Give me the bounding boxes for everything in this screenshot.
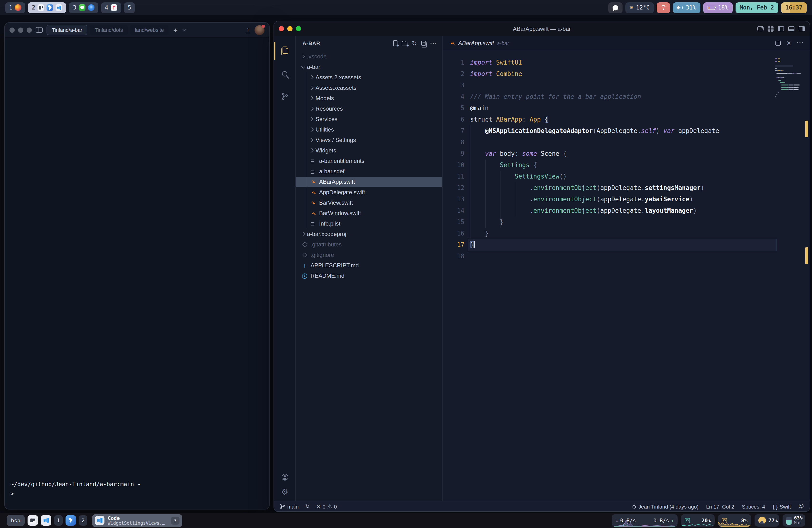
workspace-2[interactable]: 2 bbox=[28, 2, 66, 13]
terminal-tab[interactable]: Tinland/a-bar bbox=[46, 25, 88, 35]
terminal-tab[interactable]: land/website bbox=[130, 25, 169, 35]
tree-item--vscode[interactable]: .vscode bbox=[296, 51, 442, 62]
new-file-icon[interactable] bbox=[393, 40, 397, 46]
accounts-icon[interactable] bbox=[281, 474, 288, 481]
tree-item-a-bar[interactable]: a-bar bbox=[296, 62, 442, 72]
tree-item-services[interactable]: Services bbox=[296, 114, 442, 124]
tree-item-abarapp-swift[interactable]: ABarApp.swift bbox=[296, 177, 442, 187]
minimap[interactable] bbox=[774, 58, 802, 101]
toggle-panel-icon[interactable] bbox=[788, 26, 795, 31]
tree-item-views-settings[interactable]: Views / Settings bbox=[296, 135, 442, 145]
network-widget[interactable]: ↓ 0 B/s 0 B/s ↑ bbox=[612, 514, 678, 527]
tree-item-barwindow-swift[interactable]: BarWindow.swift bbox=[296, 208, 442, 218]
terminal-titlebar[interactable]: Tinland/a-barTinland/dotsland/website + … bbox=[5, 23, 269, 38]
minimap-bar bbox=[775, 58, 777, 60]
customize-layout-icon[interactable] bbox=[768, 26, 773, 32]
tree-item-barview-swift[interactable]: BarView.swift bbox=[296, 197, 442, 208]
terminal-traffic-lights[interactable] bbox=[10, 27, 32, 32]
tree-item-assets-2-xcassets[interactable]: Assets 2.xcassets bbox=[296, 72, 442, 83]
close-editor-icon[interactable]: ✕ bbox=[786, 40, 791, 46]
weather-pill[interactable]: ☀ 12°C bbox=[625, 2, 654, 13]
messages-pill[interactable] bbox=[608, 2, 623, 13]
tree-item-assets-xcassets[interactable]: Assets.xcassets bbox=[296, 83, 442, 93]
indentation-item[interactable]: Spaces: 4 bbox=[742, 503, 765, 509]
terminal-content[interactable]: ~/dev/github/Jean-Tinland/a-bar:main - > bbox=[5, 38, 269, 509]
window-manager-icon[interactable] bbox=[28, 515, 38, 526]
tree-item-info-plist[interactable]: Info.plist bbox=[296, 218, 442, 229]
minimap-bar bbox=[778, 77, 780, 78]
window-app-icon-vscode[interactable] bbox=[41, 515, 51, 526]
editor-more-actions-icon[interactable]: ··· bbox=[797, 42, 804, 44]
explorer-more-actions-icon[interactable]: ··· bbox=[430, 42, 437, 44]
workspace-3[interactable]: 3 bbox=[69, 2, 98, 13]
git-branch-item[interactable]: main bbox=[280, 503, 299, 510]
wifi-pill[interactable] bbox=[657, 2, 670, 13]
layout-mode-pill[interactable]: bsp bbox=[6, 515, 25, 526]
window-app-icon-xcode[interactable] bbox=[66, 515, 76, 526]
vscode-window: ABarApp.swift — a-bar bbox=[274, 21, 810, 512]
overview-ruler[interactable] bbox=[806, 50, 808, 501]
date-pill[interactable]: Mon, Feb 2 bbox=[735, 2, 778, 13]
collapse-folders-icon[interactable] bbox=[421, 41, 426, 46]
editor-tab-bar[interactable]: ABarApp.swift a-bar ✕ ··· bbox=[443, 36, 810, 50]
code-editor[interactable]: 123456789101112131415161718 import Swift… bbox=[443, 50, 810, 501]
feedback-smiley-icon[interactable]: ☺ bbox=[798, 503, 804, 510]
user-avatar[interactable] bbox=[255, 25, 264, 35]
vscode-titlebar[interactable]: ABarApp.swift — a-bar bbox=[274, 21, 810, 36]
vscode-traffic-lights[interactable] bbox=[279, 26, 301, 31]
tab-overflow-chevron-icon[interactable] bbox=[182, 27, 186, 31]
search-tab-icon[interactable] bbox=[274, 65, 295, 82]
tree-item-models[interactable]: Models bbox=[296, 93, 442, 103]
tree-item-a-bar-entitlements[interactable]: a-bar.entitlements bbox=[296, 156, 442, 166]
gpu-widget[interactable]: 8% bbox=[718, 514, 751, 527]
tree-item--gitattributes[interactable]: .gitattributes bbox=[296, 239, 442, 250]
cpu-widget[interactable]: 20% bbox=[681, 514, 715, 527]
terminal-tab[interactable]: Tinland/dots bbox=[90, 25, 128, 35]
disk-widget[interactable]: 77% bbox=[755, 514, 779, 527]
problems-item[interactable]: ⊗ 0 ⚠ 0 bbox=[316, 503, 337, 510]
tree-item-a-bar-sdef[interactable]: a-bar.sdef bbox=[296, 166, 442, 177]
app-icon-wm bbox=[38, 4, 44, 11]
window-index-badge[interactable]: 1 bbox=[54, 515, 63, 526]
code-token bbox=[470, 218, 500, 225]
last-commit-item[interactable]: Jean Tinland (4 days ago) bbox=[632, 503, 698, 510]
tree-item-appdelegate-swift[interactable]: AppDelegate.swift bbox=[296, 187, 442, 197]
language-mode-item[interactable]: { } Swift bbox=[773, 503, 791, 509]
workspace-4[interactable]: 4F bbox=[101, 2, 121, 13]
tree-item-resources[interactable]: Resources bbox=[296, 103, 442, 114]
tree-item-utilities[interactable]: Utilities bbox=[296, 124, 442, 135]
minimap-line bbox=[774, 89, 802, 91]
window-index-badge[interactable]: 2 bbox=[79, 515, 87, 526]
sidebar-toggle-icon[interactable] bbox=[35, 27, 43, 33]
volume-pill[interactable]: 31% bbox=[673, 2, 700, 13]
tree-item-a-bar-xcodeproj[interactable]: a-bar.xcodeproj bbox=[296, 229, 442, 239]
new-folder-icon[interactable] bbox=[402, 42, 407, 46]
editor-tab-filename[interactable]: ABarApp.swift bbox=[458, 40, 494, 46]
source-control-tab-icon[interactable] bbox=[274, 88, 295, 104]
workspace-1[interactable]: 1 bbox=[5, 2, 25, 13]
toggle-primary-sidebar-icon[interactable] bbox=[778, 26, 784, 31]
tree-item--gitignore[interactable]: .gitignore bbox=[296, 250, 442, 260]
workspace-5[interactable]: 5 bbox=[124, 2, 135, 13]
terminal-prompt-caret: > bbox=[11, 489, 141, 499]
time-pill[interactable]: 16:37 bbox=[781, 2, 807, 13]
minimap-bar bbox=[793, 73, 795, 74]
refresh-explorer-icon[interactable]: ↻ bbox=[412, 40, 417, 46]
new-tab-button[interactable]: + bbox=[172, 26, 178, 33]
tree-item-widgets[interactable]: Widgets bbox=[296, 145, 442, 156]
mac-battery-widget[interactable]: 63% Mac bbox=[783, 514, 806, 527]
focused-window-pill[interactable]: Code WidgetSettingsViews.… 3 bbox=[92, 514, 182, 527]
git-file-icon bbox=[302, 241, 308, 248]
toggle-secondary-sidebar-icon[interactable] bbox=[799, 26, 805, 31]
cursor-position-item[interactable]: Ln 17, Col 2 bbox=[706, 503, 734, 509]
explorer-tab-icon[interactable] bbox=[274, 43, 295, 59]
split-editor-icon[interactable] bbox=[775, 41, 781, 45]
chat-arrow-icon[interactable] bbox=[757, 26, 764, 31]
commit-icon bbox=[632, 503, 637, 510]
tree-item-applescript-md[interactable]: ↓APPLESCRIPT.md bbox=[296, 260, 442, 270]
battery-pill[interactable]: 18% bbox=[703, 2, 733, 13]
share-upload-icon[interactable]: ↑ bbox=[246, 27, 250, 33]
settings-gear-icon[interactable]: ⚙ bbox=[281, 488, 289, 496]
tree-item-readme-md[interactable]: iREADME.md bbox=[296, 270, 442, 281]
sync-icon[interactable]: ↻ bbox=[305, 503, 309, 510]
